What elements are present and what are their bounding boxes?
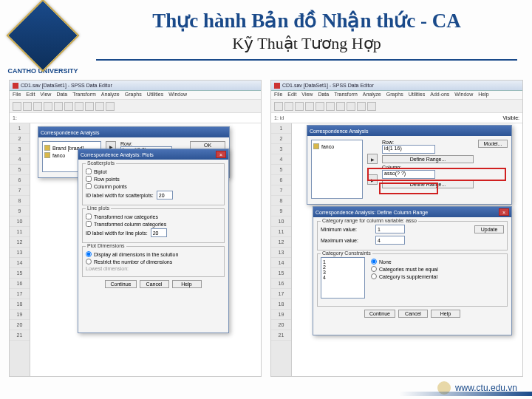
row-num[interactable]: 4 — [271, 154, 291, 165]
spss-menubar[interactable]: File Edit View Data Transform Analyze Gr… — [271, 91, 522, 100]
toolbar-button[interactable] — [326, 102, 335, 111]
toolbar-button[interactable] — [305, 102, 314, 111]
row-num[interactable]: 5 — [10, 165, 30, 175]
row-num[interactable]: 16 — [271, 279, 291, 289]
list-item[interactable]: 4 — [323, 275, 363, 280]
row-num[interactable]: 16 — [10, 279, 30, 289]
toolbar-button[interactable] — [357, 102, 366, 111]
row-num[interactable]: 19 — [10, 310, 30, 320]
row-num[interactable]: 15 — [271, 268, 291, 279]
menu-view[interactable]: View — [301, 92, 313, 98]
row-num[interactable]: 2 — [10, 134, 30, 144]
row-num[interactable]: 12 — [271, 237, 291, 248]
help-button[interactable]: Help — [172, 280, 202, 288]
row-num[interactable]: 12 — [10, 237, 30, 248]
toolbar-button[interactable] — [284, 102, 293, 111]
row-num[interactable]: 20 — [10, 320, 30, 330]
row-num[interactable]: 9 — [10, 206, 30, 216]
menu-analyze[interactable]: Analyze — [101, 92, 120, 98]
menu-window[interactable]: Window — [454, 92, 473, 98]
row-num[interactable]: 18 — [271, 299, 291, 310]
row-num[interactable]: 15 — [10, 268, 30, 279]
row-num[interactable]: 1 — [10, 123, 30, 134]
define-range-button[interactable]: Define Range... — [382, 155, 474, 163]
row-num[interactable]: 7 — [271, 185, 291, 196]
row-num[interactable]: 18 — [10, 299, 30, 310]
dialog-titlebar[interactable]: Correspondence Analysis — [38, 127, 229, 137]
menu-utilities[interactable]: Utilities — [409, 92, 426, 98]
continue-button[interactable]: Continue — [105, 280, 136, 288]
toolbar-button[interactable] — [274, 102, 283, 111]
row-num[interactable]: 19 — [271, 310, 291, 320]
menu-analyze[interactable]: Analyze — [363, 92, 381, 98]
menu-edit[interactable]: Edit — [26, 92, 35, 98]
max-input[interactable] — [375, 236, 405, 245]
menu-file[interactable]: File — [13, 92, 21, 98]
toolbar-button[interactable] — [85, 102, 94, 111]
menu-window[interactable]: Window — [168, 92, 187, 98]
toolbar-button[interactable] — [347, 102, 355, 111]
row-num[interactable]: 5 — [271, 165, 291, 175]
all-dims-radio[interactable]: Display all dimensions in the solution — [86, 251, 221, 257]
none-radio[interactable]: None — [371, 259, 438, 265]
row-input[interactable]: id(1 16) — [382, 145, 435, 154]
rowpoints-checkbox[interactable]: Row points — [86, 176, 221, 182]
toolbar-button[interactable] — [64, 102, 73, 111]
toolbar-button[interactable] — [95, 102, 104, 111]
row-num[interactable]: 13 — [271, 248, 291, 258]
row-num[interactable]: 1 — [271, 123, 291, 134]
toolbar-button[interactable] — [295, 102, 304, 111]
row-num[interactable]: 9 — [271, 206, 291, 216]
spss-menubar[interactable]: File Edit View Data Transform Analyze Gr… — [10, 91, 261, 100]
min-input[interactable] — [375, 225, 405, 233]
menu-view[interactable]: View — [40, 92, 51, 98]
tcol-checkbox[interactable]: Transformed column categories — [86, 221, 221, 227]
list-item[interactable]: 1 — [323, 259, 363, 265]
row-num[interactable]: 7 — [10, 185, 30, 196]
variable-list[interactable]: fanco — [311, 140, 363, 199]
toolbar-button[interactable] — [23, 102, 32, 111]
menu-graphs[interactable]: Graphs — [125, 92, 142, 98]
restrict-dims-radio[interactable]: Restrict the number of dimensions — [86, 259, 221, 265]
row-num[interactable]: 3 — [10, 144, 30, 154]
trow-checkbox[interactable]: Transformed row categories — [86, 214, 221, 219]
supplemental-radio[interactable]: Category is supplemental — [371, 273, 438, 279]
row-num[interactable]: 10 — [10, 216, 30, 227]
toolbar-button[interactable] — [44, 102, 52, 111]
biplot-checkbox[interactable]: Biplot — [86, 168, 221, 174]
row-num[interactable]: 2 — [271, 134, 291, 144]
var-item[interactable]: fanco — [52, 153, 65, 158]
cancel-button[interactable]: Cancel — [140, 280, 169, 288]
toolbar-button[interactable] — [54, 102, 63, 111]
row-num[interactable]: 4 — [10, 154, 30, 165]
toolbar-button[interactable] — [106, 102, 115, 111]
row-num[interactable]: 17 — [10, 289, 30, 299]
menu-data[interactable]: Data — [56, 92, 67, 98]
row-num[interactable]: 10 — [271, 216, 291, 227]
model-button[interactable]: Model... — [478, 140, 508, 148]
close-icon[interactable]: × — [216, 151, 226, 158]
move-row-button[interactable] — [367, 154, 378, 164]
help-button[interactable]: Help — [431, 310, 460, 318]
toolbar-button[interactable] — [316, 102, 324, 111]
toolbar-button[interactable] — [75, 102, 83, 111]
cancel-button[interactable]: Cancel — [398, 310, 428, 318]
row-num[interactable]: 17 — [271, 289, 291, 299]
row-num[interactable]: 3 — [271, 144, 291, 154]
toolbar-button[interactable] — [336, 102, 345, 111]
row-num[interactable]: 13 — [10, 248, 30, 258]
menu-addons[interactable]: Add-ons — [430, 92, 449, 98]
menu-utilities[interactable]: Utilities — [147, 92, 164, 98]
row-num[interactable]: 11 — [10, 227, 30, 237]
id-line-input[interactable] — [151, 228, 167, 237]
row-num[interactable]: 20 — [271, 320, 291, 330]
define-range-button-2[interactable]: Define Range... — [382, 180, 474, 188]
menu-help[interactable]: Help — [478, 92, 488, 98]
equal-radio[interactable]: Categories must be equal — [371, 266, 438, 272]
row-num[interactable]: 8 — [271, 196, 291, 206]
row-num[interactable]: 6 — [271, 175, 291, 185]
row-num[interactable]: 21 — [10, 330, 30, 341]
row-num[interactable]: 11 — [271, 227, 291, 237]
continue-button[interactable]: Continue — [364, 310, 395, 318]
row-num[interactable]: 14 — [10, 258, 30, 268]
